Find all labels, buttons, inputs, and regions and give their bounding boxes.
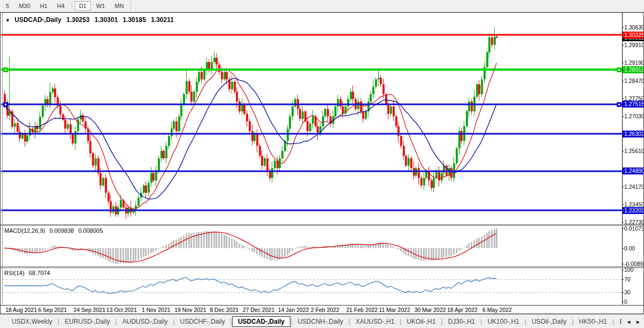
level-price-badge: 1.27515 (623, 101, 644, 108)
time-axis-label: 13 Oct 2021 (106, 307, 137, 313)
chart-symbol-label: USDCAD-,Daily (14, 16, 61, 24)
tab-scroll-right-icon[interactable]: ► (633, 318, 643, 326)
time-axis-label: 6 May 2022 (482, 307, 512, 313)
level-price-badge: 1.24800 (623, 167, 644, 174)
time-axis-label: 27 Dec 2021 (243, 307, 275, 313)
terminal-window: 5M30H1H4D1W1MN ▼ USDCAD-,Daily 1.30253 1… (0, 0, 644, 328)
chart-menu-icon[interactable]: ▼ (5, 18, 10, 23)
level-price-badge: 1.23203 (623, 207, 644, 214)
rsi-indicator-label: RSI(14) 68.7074 (4, 270, 53, 276)
symbol-tab-usdchf-daily[interactable]: USDCHF-,Daily (175, 316, 231, 327)
symbol-tab-usdcnh-daily[interactable]: USDCNH-,Daily (292, 316, 348, 327)
time-axis-label: 18 Aug 2021 (5, 307, 37, 313)
price-axis-tick: 1.29190 (624, 59, 644, 66)
rsi-value: 68.7074 (29, 270, 50, 276)
ohlc-high: 1.30301 (95, 16, 118, 24)
time-axis-label: 18 Apr 2022 (447, 307, 478, 313)
toolbar-separator (72, 2, 72, 10)
ohlc-low: 1.30185 (122, 16, 145, 24)
time-axis-label: 1 Nov 2021 (142, 307, 171, 313)
macd-main-value: 0.009838 (49, 227, 74, 234)
time-axis-label: 24 Sep 2021 (73, 307, 105, 313)
time-axis-label: 30 Mar 2022 (415, 307, 446, 313)
time-axis-label: 21 Feb 2022 (346, 307, 378, 313)
price-axis-tick: 1.22730 (624, 219, 644, 225)
level-price-badge: 1.26303 (623, 131, 644, 138)
time-axis[interactable]: 18 Aug 20216 Sep 202124 Sep 202113 Oct 2… (1, 305, 644, 314)
tab-scroll-left-icon[interactable]: ◄ (624, 318, 633, 326)
timeframe-h4[interactable]: H4 (53, 1, 69, 11)
symbol-tab-audusd-daily[interactable]: AUDUSD-,Daily (117, 316, 173, 327)
time-axis-label: 8 Dec 2021 (210, 307, 239, 313)
rsi-panel-canvas[interactable] (1, 268, 622, 304)
chart-title: ▼ USDCAD-,Daily 1.30253 1.30301 1.30185 … (5, 16, 174, 24)
symbol-tab-eurusd-daily[interactable]: EURUSD-,Daily (59, 316, 116, 327)
symbol-tab-usdcad-daily[interactable]: USDCAD-,Daily (232, 316, 290, 327)
symbol-tab-list: USDX,Weekly|EURUSD-,Daily|AUDUSD-,Daily|… (0, 316, 634, 327)
time-axis-label: 6 Sep 2021 (38, 307, 67, 313)
rsi-axis-tick: 30 (624, 289, 631, 295)
rsi-axis-tick: 0 (624, 299, 627, 305)
tab-scroll-arrows: ◄ ► (622, 315, 643, 328)
rsi-axis-tick: 100 (624, 266, 634, 273)
price-axis-tick: 1.27030 (624, 113, 644, 119)
frame-inner-edge (2, 13, 3, 304)
macd-signal-value: 0.008005 (78, 227, 103, 234)
timeframe-5[interactable]: 5 (2, 1, 13, 11)
price-axis-tick: 1.29910 (624, 42, 644, 48)
price-scale-border (622, 13, 623, 304)
price-axis-tick: 1.25610 (624, 148, 644, 154)
chart-window: ▼ USDCAD-,Daily 1.30253 1.30301 1.30185 … (0, 12, 644, 314)
macd-axis-tick: 0.010733 (624, 225, 644, 232)
time-axis-label: 11 Mar 2022 (379, 307, 410, 313)
timeframe-mn[interactable]: MN (110, 1, 128, 11)
timeframe-w1[interactable]: W1 (92, 1, 110, 11)
resistance-price-badge: 1.30328 (623, 32, 644, 39)
symbol-tab-dj30-h1[interactable]: DJ30-,H1 (443, 316, 481, 327)
macd-panel-divider[interactable] (1, 224, 644, 226)
time-axis-label: 14 Jan 2022 (278, 307, 309, 313)
rsi-axis-tick: 70 (624, 276, 631, 283)
toolbar-separator (131, 2, 131, 10)
symbol-tab-usdx-weekly[interactable]: USDX,Weekly (6, 316, 58, 327)
timeframe-d1[interactable]: D1 (75, 1, 91, 11)
support-price-badge: 1.28912 (623, 66, 644, 73)
ohlc-close: 1.30211 (151, 16, 174, 24)
timeframe-toolbar: 5M30H1H4D1W1MN (0, 0, 644, 12)
symbol-tab-uk100-h1[interactable]: UK100-,H1 (482, 316, 524, 327)
macd-name: MACD(12,26,9) (4, 227, 45, 234)
symbol-tab-hk50-h1[interactable]: HK50-,H1 (573, 316, 612, 327)
rsi-panel-divider[interactable] (1, 266, 644, 268)
price-axis-tick: 1.28470 (624, 78, 644, 84)
macd-axis-tick: 0.00 (624, 245, 635, 251)
time-axis-label: 19 Nov 2021 (174, 307, 206, 313)
time-axis-label: 2 Feb 2022 (311, 307, 339, 313)
symbol-tab-ukoil-h1[interactable]: UKOil-,H1 (401, 316, 441, 327)
macd-indicator-label: MACD(12,26,9) 0.009838 0.008005 (4, 227, 105, 234)
price-axis-tick: 1.30630 (624, 24, 644, 30)
symbol-tab-bar: USDX,Weekly|EURUSD-,Daily|AUDUSD-,Daily|… (0, 314, 644, 328)
symbol-tab-usoil-daily[interactable]: USOil-,Daily (526, 316, 572, 327)
price-chart-canvas[interactable] (1, 13, 622, 224)
rsi-name: RSI(14) (4, 270, 25, 276)
ohlc-open: 1.30253 (66, 16, 89, 24)
price-axis-tick: 1.24170 (624, 184, 644, 190)
timeframe-h1[interactable]: H1 (36, 1, 52, 11)
symbol-tab-xauusd-h1[interactable]: XAUUSD-,H1 (350, 316, 400, 327)
timeframe-m30[interactable]: M30 (14, 1, 34, 11)
